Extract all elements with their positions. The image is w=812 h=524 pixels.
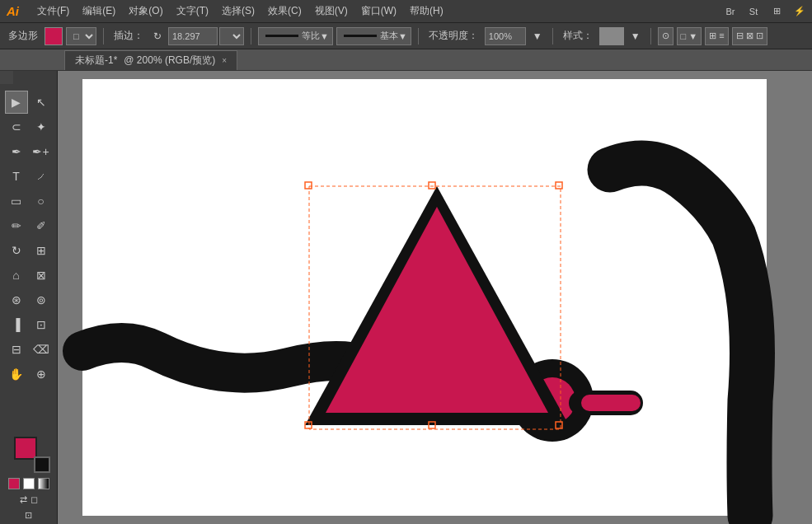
rotate-tool[interactable]: ↻	[5, 239, 28, 262]
stroke-line1-arrow: ▼	[320, 31, 329, 41]
corner-input-group: ▼	[168, 27, 244, 45]
menu-bar: Ai 文件(F) 编辑(E) 对象(O) 文字(T) 选择(S) 效果(C) 视…	[0, 0, 812, 23]
extra-icon[interactable]: ⚡	[791, 3, 809, 20]
symbol-tool[interactable]: ⊛	[5, 288, 28, 311]
opacity-arrow: ▼	[529, 30, 546, 42]
menu-help[interactable]: 帮助(H)	[403, 0, 450, 23]
app-logo: Ai	[3, 4, 22, 18]
stroke-line2-preview	[344, 35, 377, 37]
stroke-swatch[interactable]	[34, 456, 50, 473]
style-label: 样式：	[560, 29, 596, 43]
ruler-corner	[0, 71, 13, 84]
stroke-line2-label: 基本	[380, 30, 398, 42]
menu-effect[interactable]: 效果(C)	[261, 0, 308, 23]
menu-view[interactable]: 视图(V)	[308, 0, 354, 23]
tool-row-9: ⊛ ⊚	[5, 288, 53, 311]
extra-options4[interactable]: ⊟ ⊠ ⊡	[732, 27, 767, 45]
stroke-line1-label: 等比	[302, 30, 320, 42]
tab-info: @ 200% (RGB/预览)	[124, 54, 215, 68]
canvas-area[interactable]	[58, 71, 812, 524]
tool-row-12: ✋ ⊕	[5, 363, 53, 386]
extra-mode-btns: ⇄ ◻	[20, 494, 38, 505]
eraser-tool[interactable]: ⌫	[30, 338, 53, 361]
fill-color-swatch[interactable]	[45, 27, 63, 45]
extra-options2[interactable]: □ ▼	[677, 27, 702, 45]
stroke-line1-preview	[265, 35, 298, 37]
tool-row-10: ▐ ⊡	[5, 313, 53, 336]
symbol2-tool[interactable]: ⊚	[30, 288, 53, 311]
tool-row-4: T ⟋	[5, 165, 53, 188]
menu-right-icons: Br St ⊞ ⚡	[721, 3, 809, 20]
mode-swatches	[8, 478, 49, 489]
stroke-line2-dropdown[interactable]: 基本 ▼	[336, 27, 411, 45]
tab-title: 未标题-1*	[75, 54, 117, 68]
opacity-input[interactable]	[485, 27, 526, 45]
extra-options1[interactable]: ⊙	[658, 27, 674, 45]
menu-file[interactable]: 文件(F)	[31, 0, 76, 23]
lasso-tool[interactable]: ⊂	[5, 115, 28, 138]
tool-row-7: ↻ ⊞	[5, 239, 53, 262]
grid-icon[interactable]: ⊞	[767, 3, 786, 20]
brush-tool[interactable]: ✏	[5, 214, 28, 237]
bridge-icon[interactable]: Br	[721, 3, 739, 20]
stroke-line1-dropdown[interactable]: 等比 ▼	[258, 27, 333, 45]
menu-object[interactable]: 对象(O)	[122, 0, 169, 23]
pen-tool[interactable]: ✒	[5, 140, 28, 163]
fill-stroke-swatches	[14, 437, 44, 466]
tab-close-button[interactable]: ×	[222, 56, 227, 65]
tool-row-6: ✏ ✐	[5, 214, 53, 237]
swap-color-btn[interactable]: ⇄	[20, 494, 27, 505]
blend-tool[interactable]: ⌂	[5, 264, 28, 287]
default-color-btn[interactable]: ◻	[31, 494, 38, 505]
slice-tool[interactable]: ⊟	[5, 338, 28, 361]
artboard-tool[interactable]: ⊡	[30, 313, 53, 336]
corner-icon: ↻	[150, 30, 165, 42]
tool-row-3: ✒ ✒+	[5, 140, 53, 163]
mesh-tool[interactable]: ⊠	[30, 264, 53, 287]
opacity-label: 不透明度：	[425, 29, 481, 43]
direct-select-tool[interactable]: ↖	[30, 91, 53, 114]
tool-row-8: ⌂ ⊠	[5, 264, 53, 287]
zoom-tool[interactable]: ⊕	[30, 363, 53, 386]
ellipse-tool[interactable]: ○	[30, 189, 53, 213]
tool-row-5: ▭ ○	[5, 189, 53, 213]
graph-tool[interactable]: ▐	[5, 313, 28, 336]
style-arrow: ▼	[627, 30, 644, 42]
hand-tool[interactable]: ✋	[5, 363, 28, 386]
style-preview[interactable]	[599, 27, 624, 45]
document-tab[interactable]: 未标题-1* @ 200% (RGB/预览) ×	[64, 50, 237, 70]
sep4	[552, 28, 553, 44]
tools-container: ▶ ↖ ⊂ ✦ ✒ ✒+ T ⟋ ▭ ○ ✏ ✐ ↻ ⊞	[5, 91, 53, 387]
tool-row-2: ⊂ ✦	[5, 115, 53, 138]
left-tools-panel: ▶ ↖ ⊂ ✦ ✒ ✒+ T ⟋ ▭ ○ ✏ ✐ ↻ ⊞	[0, 71, 58, 524]
tool-row-11: ⊟ ⌫	[5, 338, 53, 361]
corner-unit-select[interactable]: ▼	[219, 27, 244, 45]
add-anchor-tool[interactable]: ✒+	[30, 140, 53, 163]
corner-label: 插边：	[110, 29, 147, 43]
artwork-canvas	[58, 71, 812, 524]
magic-wand-tool[interactable]: ✦	[30, 115, 53, 138]
color-mode-btn[interactable]	[8, 478, 20, 489]
sep3	[418, 28, 419, 44]
shape-select[interactable]: □	[66, 27, 96, 45]
menu-select[interactable]: 选择(S)	[215, 0, 261, 23]
edit-artboard-btn[interactable]: ⊡	[25, 510, 32, 521]
menu-edit[interactable]: 编辑(E)	[76, 0, 122, 23]
shape-tool[interactable]: ▭	[5, 189, 28, 213]
stock-icon[interactable]: St	[744, 3, 763, 20]
pencil-tool[interactable]: ✐	[30, 214, 53, 237]
toolbar: 多边形 □ 插边： ↻ ▼ 等比 ▼ 基本 ▼ 不透明度： ▼ 样式： ▼ ⊙ …	[0, 23, 812, 49]
line-tool[interactable]: ⟋	[30, 165, 53, 188]
menu-window[interactable]: 窗口(W)	[354, 0, 403, 23]
menu-type[interactable]: 文字(T)	[170, 0, 215, 23]
gradient-mode-btn[interactable]	[38, 478, 49, 489]
corner-input[interactable]	[168, 27, 218, 45]
scale-tool[interactable]: ⊞	[30, 239, 53, 262]
extra-options3[interactable]: ⊞ ≡	[705, 27, 728, 45]
color-swatches: ⇄ ◻ ⊡	[8, 437, 49, 521]
none-mode-btn[interactable]	[23, 478, 35, 489]
type-tool[interactable]: T	[5, 165, 28, 188]
select-tool[interactable]: ▶	[5, 91, 28, 114]
tool-row-1: ▶ ↖	[5, 91, 53, 114]
sep1	[103, 28, 104, 44]
